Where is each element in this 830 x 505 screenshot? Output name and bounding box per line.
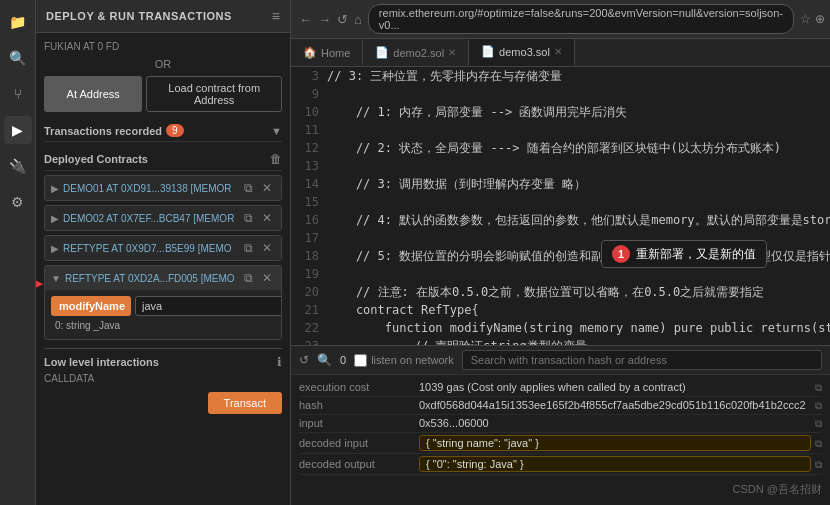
code-editor: 3910111213141516171819202122232425262728… xyxy=(291,67,830,345)
line-number: 17 xyxy=(299,229,319,247)
load-contract-button[interactable]: Load contract from Address xyxy=(146,76,282,112)
delete-icon-3[interactable]: ✕ xyxy=(259,270,275,286)
transactions-section[interactable]: Transactions recorded 9 ▼ xyxy=(44,120,282,142)
panel-title: DEPLOY & RUN TRANSACTIONS xyxy=(46,10,232,22)
line-number: 10 xyxy=(299,103,319,121)
redeploy-badge: 1重新部署，又是新的值 xyxy=(601,240,767,268)
tx-copy-btn-1[interactable]: ⧉ xyxy=(815,400,822,412)
demo2-tab-close[interactable]: ✕ xyxy=(448,47,456,58)
tx-copy-btn-0[interactable]: ⧉ xyxy=(815,382,822,394)
code-line: // 3: 三种位置，先零排内存在与存储变量 xyxy=(327,67,830,85)
copy-icon-2[interactable]: ⧉ xyxy=(241,240,256,256)
browser-url-bar[interactable]: remix.ethereum.org/#optimize=false&runs=… xyxy=(368,4,794,34)
deploy-panel: DEPLOY & RUN TRANSACTIONS ≡ FUKIAN AT 0 … xyxy=(36,0,291,505)
main-area: ← → ↺ ⌂ remix.ethereum.org/#optimize=fal… xyxy=(291,0,830,505)
function-input-modifyname[interactable] xyxy=(135,296,282,316)
code-line: // 2: 状态，全局变量 ---> 随着合约的部署到区块链中(以太坊分布式账本… xyxy=(327,139,830,157)
tx-search-input[interactable] xyxy=(462,350,822,370)
line-number: 19 xyxy=(299,265,319,283)
delete-icon-0[interactable]: ✕ xyxy=(259,180,275,196)
sidebar-item-plugin[interactable]: 🔌 xyxy=(4,152,32,180)
contract-header-0[interactable]: ▶ DEMO01 AT 0XD91...39138 [MEMOR ⧉ ✕ xyxy=(45,176,281,200)
tx-value-3: { "string name": "java" } xyxy=(419,435,811,451)
copy-icon-0[interactable]: ⧉ xyxy=(241,180,256,196)
browser-bar: ← → ↺ ⌂ remix.ethereum.org/#optimize=fal… xyxy=(291,0,830,39)
contract-item-0: ▶ DEMO01 AT 0XD91...39138 [MEMOR ⧉ ✕ xyxy=(44,175,282,201)
contract-header-3[interactable]: ▼ REFTYPE AT 0XD2A...FD005 [MEMO ⧉ ✕ xyxy=(45,266,281,290)
demo3-tab-icon: 📄 xyxy=(481,45,495,58)
listen-network-checkbox[interactable] xyxy=(354,354,367,367)
browser-action-icons: ☆ ⊕ ⋮ xyxy=(800,12,830,26)
deployed-contracts-label: Deployed Contracts xyxy=(44,153,148,165)
home-tab-label: Home xyxy=(321,47,350,59)
transact-button[interactable]: Transact xyxy=(208,392,282,414)
tabs-bar: 🏠 Home 📄 demo2.sol ✕ 📄 demo3.sol ✕ xyxy=(291,39,830,67)
tx-copy-btn-4[interactable]: ⧉ xyxy=(815,459,822,471)
low-level-header: Low level interactions ℹ xyxy=(44,355,282,369)
tx-label-1: hash xyxy=(299,399,419,411)
panel-header: DEPLOY & RUN TRANSACTIONS ≡ xyxy=(36,0,290,33)
chevron-icon-2: ▶ xyxy=(51,243,59,254)
address-buttons: At Address Load contract from Address xyxy=(44,76,282,112)
sidebar-item-deploy[interactable]: ▶ xyxy=(4,116,32,144)
extensions-icon[interactable]: ⊕ xyxy=(815,12,825,26)
tx-row-4: decoded output{ "0": "string: Java" }⧉ xyxy=(299,454,822,475)
tab-demo3[interactable]: 📄 demo3.sol ✕ xyxy=(469,39,575,66)
panel-close-icon[interactable]: ≡ xyxy=(272,8,280,24)
transactions-badge: 9 xyxy=(166,124,184,137)
code-content[interactable]: 3910111213141516171819202122232425262728… xyxy=(291,67,830,345)
contract-name-2: REFTYPE AT 0X9D7...B5E99 [MEMO xyxy=(63,243,241,254)
line-number: 23 xyxy=(299,337,319,345)
demo3-tab-close[interactable]: ✕ xyxy=(554,46,562,57)
function-button-modifyname[interactable]: modifyName xyxy=(51,296,131,316)
code-line xyxy=(327,121,830,139)
line-number: 11 xyxy=(299,121,319,139)
tx-label-2: input xyxy=(299,417,419,429)
listen-label: listen on network xyxy=(371,354,454,366)
bookmark-icon[interactable]: ☆ xyxy=(800,12,811,26)
function-param-0: 0: string _Java xyxy=(51,320,275,331)
tx-reset-button[interactable]: ↺ xyxy=(299,353,309,367)
code-line: // 1: 内存，局部变量 --> 函数调用完毕后消失 xyxy=(327,103,830,121)
tab-home[interactable]: 🏠 Home xyxy=(291,40,363,65)
line-numbers: 3910111213141516171819202122232425262728… xyxy=(291,67,327,345)
listen-network-label: listen on network xyxy=(354,354,454,367)
copy-icon-3[interactable]: ⧉ xyxy=(241,270,256,286)
contract-header-1[interactable]: ▶ DEMO02 AT 0X7EF...BCB47 [MEMOR ⧉ ✕ xyxy=(45,206,281,230)
code-line xyxy=(327,85,830,103)
badge-text: 重新部署，又是新的值 xyxy=(636,246,756,263)
tx-copy-btn-2[interactable]: ⧉ xyxy=(815,418,822,430)
tx-search-button[interactable]: 🔍 xyxy=(317,353,332,367)
nav-back-button[interactable]: ← xyxy=(299,12,312,27)
tab-demo2[interactable]: 📄 demo2.sol ✕ xyxy=(363,40,469,65)
nav-refresh-button[interactable]: ↺ xyxy=(337,12,348,27)
tx-copy-btn-3[interactable]: ⧉ xyxy=(815,438,822,450)
contract-header-2[interactable]: ▶ REFTYPE AT 0X9D7...B5E99 [MEMO ⧉ ✕ xyxy=(45,236,281,260)
sidebar-item-git[interactable]: ⑂ xyxy=(4,80,32,108)
nav-home-button[interactable]: ⌂ xyxy=(354,12,362,27)
demo2-tab-icon: 📄 xyxy=(375,46,389,59)
copy-icon-1[interactable]: ⧉ xyxy=(241,210,256,226)
tx-row-3: decoded input{ "string name": "java" }⧉ xyxy=(299,433,822,454)
transactions-chevron[interactable]: ▼ xyxy=(271,125,282,137)
tx-value-0: 1039 gas (Cost only applies when called … xyxy=(419,381,811,393)
delete-icon-2[interactable]: ✕ xyxy=(259,240,275,256)
panel-content: FUKIAN AT 0 FD OR At Address Load contra… xyxy=(36,33,290,422)
contract-item-2: ▶ REFTYPE AT 0X9D7...B5E99 [MEMO ⧉ ✕ xyxy=(44,235,282,261)
or-divider: OR xyxy=(44,58,282,70)
transactions-label: Transactions recorded xyxy=(44,125,162,137)
deployed-contracts-delete-icon[interactable]: 🗑 xyxy=(270,152,282,166)
info-icon[interactable]: ℹ xyxy=(277,355,282,369)
chevron-icon-0: ▶ xyxy=(51,183,59,194)
line-number: 16 xyxy=(299,211,319,229)
sidebar-item-search[interactable]: 🔍 xyxy=(4,44,32,72)
delete-icon-1[interactable]: ✕ xyxy=(259,210,275,226)
function-row-0: modifyName ▼ xyxy=(51,296,275,316)
at-address-button[interactable]: At Address xyxy=(44,76,142,112)
code-lines: // 3: 三种位置，先零排内存在与存储变量 // 1: 内存，局部变量 -->… xyxy=(327,67,830,345)
line-number: 9 xyxy=(299,85,319,103)
nav-forward-button[interactable]: → xyxy=(318,12,331,27)
contract-item-3-wrapper: ➤ ▼ REFTYPE AT 0XD2A...FD005 [MEMO ⧉ ✕ m… xyxy=(44,265,282,340)
sidebar-item-settings[interactable]: ⚙ xyxy=(4,188,32,216)
sidebar-item-files[interactable]: 📁 xyxy=(4,8,32,36)
